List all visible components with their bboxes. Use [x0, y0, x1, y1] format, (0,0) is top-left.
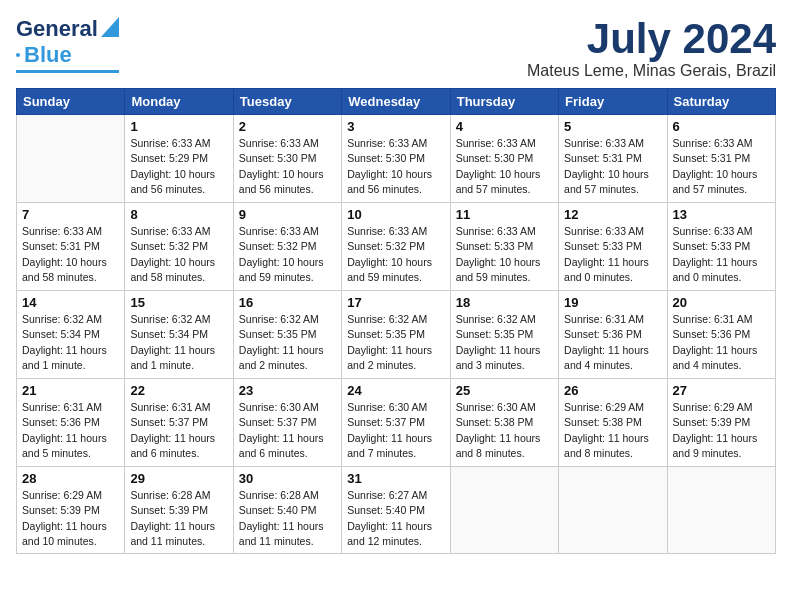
day-number: 3: [347, 119, 444, 134]
calendar-cell: 20Sunrise: 6:31 AM Sunset: 5:36 PM Dayli…: [667, 291, 775, 379]
month-title: July 2024: [527, 16, 776, 62]
day-number: 14: [22, 295, 119, 310]
header-saturday: Saturday: [667, 89, 775, 115]
day-info: Sunrise: 6:33 AM Sunset: 5:30 PM Dayligh…: [239, 136, 336, 197]
calendar-cell: 12Sunrise: 6:33 AM Sunset: 5:33 PM Dayli…: [559, 203, 667, 291]
calendar-cell: 26Sunrise: 6:29 AM Sunset: 5:38 PM Dayli…: [559, 379, 667, 467]
day-number: 1: [130, 119, 227, 134]
day-info: Sunrise: 6:31 AM Sunset: 5:37 PM Dayligh…: [130, 400, 227, 461]
calendar-cell: 14Sunrise: 6:32 AM Sunset: 5:34 PM Dayli…: [17, 291, 125, 379]
day-number: 11: [456, 207, 553, 222]
day-info: Sunrise: 6:33 AM Sunset: 5:30 PM Dayligh…: [456, 136, 553, 197]
calendar-cell: 2Sunrise: 6:33 AM Sunset: 5:30 PM Daylig…: [233, 115, 341, 203]
day-number: 13: [673, 207, 770, 222]
header-sunday: Sunday: [17, 89, 125, 115]
day-info: Sunrise: 6:33 AM Sunset: 5:33 PM Dayligh…: [456, 224, 553, 285]
day-number: 17: [347, 295, 444, 310]
week-row-1: 1Sunrise: 6:33 AM Sunset: 5:29 PM Daylig…: [17, 115, 776, 203]
day-info: Sunrise: 6:33 AM Sunset: 5:31 PM Dayligh…: [564, 136, 661, 197]
day-number: 8: [130, 207, 227, 222]
day-number: 16: [239, 295, 336, 310]
day-info: Sunrise: 6:28 AM Sunset: 5:40 PM Dayligh…: [239, 488, 336, 549]
logo-text-blue: Blue: [24, 42, 72, 68]
title-area: July 2024 Mateus Leme, Minas Gerais, Bra…: [527, 16, 776, 80]
week-row-5: 28Sunrise: 6:29 AM Sunset: 5:39 PM Dayli…: [17, 467, 776, 554]
calendar-header-row: SundayMondayTuesdayWednesdayThursdayFrid…: [17, 89, 776, 115]
day-info: Sunrise: 6:33 AM Sunset: 5:32 PM Dayligh…: [347, 224, 444, 285]
day-info: Sunrise: 6:30 AM Sunset: 5:37 PM Dayligh…: [347, 400, 444, 461]
day-info: Sunrise: 6:32 AM Sunset: 5:35 PM Dayligh…: [456, 312, 553, 373]
calendar-cell: 9Sunrise: 6:33 AM Sunset: 5:32 PM Daylig…: [233, 203, 341, 291]
week-row-3: 14Sunrise: 6:32 AM Sunset: 5:34 PM Dayli…: [17, 291, 776, 379]
day-info: Sunrise: 6:29 AM Sunset: 5:39 PM Dayligh…: [22, 488, 119, 549]
day-number: 25: [456, 383, 553, 398]
day-number: 6: [673, 119, 770, 134]
calendar-cell: 10Sunrise: 6:33 AM Sunset: 5:32 PM Dayli…: [342, 203, 450, 291]
page-header: General Blue July 2024 Mateus Leme, Mina…: [16, 16, 776, 80]
logo-underline: [16, 70, 119, 73]
calendar-cell: 4Sunrise: 6:33 AM Sunset: 5:30 PM Daylig…: [450, 115, 558, 203]
calendar-cell: 8Sunrise: 6:33 AM Sunset: 5:32 PM Daylig…: [125, 203, 233, 291]
day-number: 12: [564, 207, 661, 222]
day-number: 21: [22, 383, 119, 398]
calendar-cell: 27Sunrise: 6:29 AM Sunset: 5:39 PM Dayli…: [667, 379, 775, 467]
day-number: 9: [239, 207, 336, 222]
week-row-2: 7Sunrise: 6:33 AM Sunset: 5:31 PM Daylig…: [17, 203, 776, 291]
day-info: Sunrise: 6:29 AM Sunset: 5:38 PM Dayligh…: [564, 400, 661, 461]
week-row-4: 21Sunrise: 6:31 AM Sunset: 5:36 PM Dayli…: [17, 379, 776, 467]
day-info: Sunrise: 6:33 AM Sunset: 5:30 PM Dayligh…: [347, 136, 444, 197]
day-number: 31: [347, 471, 444, 486]
day-info: Sunrise: 6:29 AM Sunset: 5:39 PM Dayligh…: [673, 400, 770, 461]
day-number: 28: [22, 471, 119, 486]
calendar-cell: 19Sunrise: 6:31 AM Sunset: 5:36 PM Dayli…: [559, 291, 667, 379]
day-info: Sunrise: 6:33 AM Sunset: 5:31 PM Dayligh…: [673, 136, 770, 197]
calendar-cell: 21Sunrise: 6:31 AM Sunset: 5:36 PM Dayli…: [17, 379, 125, 467]
day-info: Sunrise: 6:33 AM Sunset: 5:33 PM Dayligh…: [564, 224, 661, 285]
day-number: 18: [456, 295, 553, 310]
day-number: 30: [239, 471, 336, 486]
day-info: Sunrise: 6:30 AM Sunset: 5:37 PM Dayligh…: [239, 400, 336, 461]
header-monday: Monday: [125, 89, 233, 115]
calendar-cell: 30Sunrise: 6:28 AM Sunset: 5:40 PM Dayli…: [233, 467, 341, 554]
day-number: 15: [130, 295, 227, 310]
day-info: Sunrise: 6:27 AM Sunset: 5:40 PM Dayligh…: [347, 488, 444, 549]
calendar-cell: 17Sunrise: 6:32 AM Sunset: 5:35 PM Dayli…: [342, 291, 450, 379]
calendar-cell: 7Sunrise: 6:33 AM Sunset: 5:31 PM Daylig…: [17, 203, 125, 291]
day-info: Sunrise: 6:32 AM Sunset: 5:34 PM Dayligh…: [130, 312, 227, 373]
day-number: 7: [22, 207, 119, 222]
day-info: Sunrise: 6:31 AM Sunset: 5:36 PM Dayligh…: [22, 400, 119, 461]
day-info: Sunrise: 6:33 AM Sunset: 5:33 PM Dayligh…: [673, 224, 770, 285]
day-info: Sunrise: 6:31 AM Sunset: 5:36 PM Dayligh…: [564, 312, 661, 373]
calendar-cell: 23Sunrise: 6:30 AM Sunset: 5:37 PM Dayli…: [233, 379, 341, 467]
calendar-table: SundayMondayTuesdayWednesdayThursdayFrid…: [16, 88, 776, 554]
calendar-cell: 28Sunrise: 6:29 AM Sunset: 5:39 PM Dayli…: [17, 467, 125, 554]
calendar-cell: 25Sunrise: 6:30 AM Sunset: 5:38 PM Dayli…: [450, 379, 558, 467]
header-tuesday: Tuesday: [233, 89, 341, 115]
day-info: Sunrise: 6:33 AM Sunset: 5:31 PM Dayligh…: [22, 224, 119, 285]
day-info: Sunrise: 6:33 AM Sunset: 5:32 PM Dayligh…: [130, 224, 227, 285]
day-number: 24: [347, 383, 444, 398]
calendar-cell: [17, 115, 125, 203]
calendar-cell: 13Sunrise: 6:33 AM Sunset: 5:33 PM Dayli…: [667, 203, 775, 291]
day-info: Sunrise: 6:32 AM Sunset: 5:35 PM Dayligh…: [239, 312, 336, 373]
calendar-cell: 3Sunrise: 6:33 AM Sunset: 5:30 PM Daylig…: [342, 115, 450, 203]
day-number: 4: [456, 119, 553, 134]
logo: General Blue: [16, 16, 119, 73]
day-info: Sunrise: 6:32 AM Sunset: 5:34 PM Dayligh…: [22, 312, 119, 373]
day-number: 29: [130, 471, 227, 486]
header-wednesday: Wednesday: [342, 89, 450, 115]
day-number: 20: [673, 295, 770, 310]
day-number: 22: [130, 383, 227, 398]
calendar-cell: 24Sunrise: 6:30 AM Sunset: 5:37 PM Dayli…: [342, 379, 450, 467]
day-info: Sunrise: 6:30 AM Sunset: 5:38 PM Dayligh…: [456, 400, 553, 461]
day-number: 26: [564, 383, 661, 398]
logo-text-general: General: [16, 16, 98, 42]
day-number: 2: [239, 119, 336, 134]
day-number: 10: [347, 207, 444, 222]
header-thursday: Thursday: [450, 89, 558, 115]
day-info: Sunrise: 6:33 AM Sunset: 5:32 PM Dayligh…: [239, 224, 336, 285]
day-number: 23: [239, 383, 336, 398]
day-number: 19: [564, 295, 661, 310]
calendar-cell: [559, 467, 667, 554]
calendar-cell: 5Sunrise: 6:33 AM Sunset: 5:31 PM Daylig…: [559, 115, 667, 203]
